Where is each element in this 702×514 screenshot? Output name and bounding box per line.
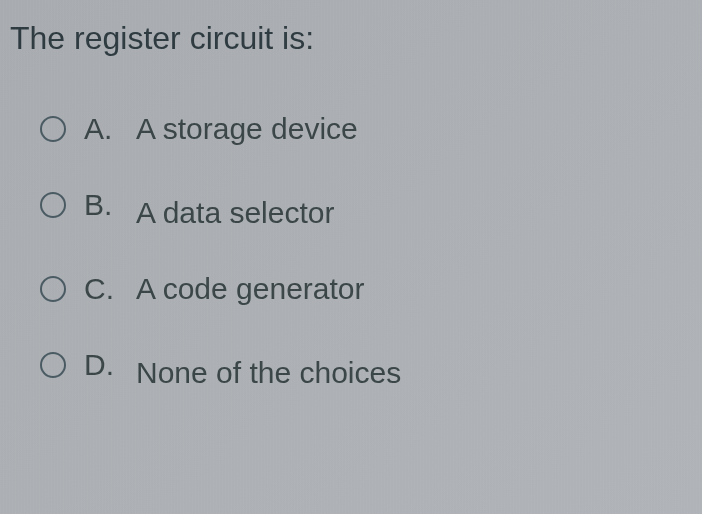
option-letter: C.	[84, 272, 136, 306]
radio-icon[interactable]	[40, 352, 66, 378]
radio-icon[interactable]	[40, 276, 66, 302]
options-container: A. A storage device B. A data selector C…	[10, 112, 692, 390]
option-letter: B.	[84, 188, 136, 222]
radio-icon[interactable]	[40, 192, 66, 218]
option-text: A code generator	[136, 272, 365, 306]
option-text: A storage device	[136, 112, 358, 146]
radio-icon[interactable]	[40, 116, 66, 142]
option-b[interactable]: B. A data selector	[40, 188, 692, 230]
question-text: The register circuit is:	[10, 20, 692, 57]
option-text: A data selector	[136, 196, 334, 230]
option-d[interactable]: D. None of the choices	[40, 348, 692, 390]
option-letter: D.	[84, 348, 136, 382]
option-text: None of the choices	[136, 356, 401, 390]
option-letter: A.	[84, 112, 136, 146]
option-a[interactable]: A. A storage device	[40, 112, 692, 146]
option-c[interactable]: C. A code generator	[40, 272, 692, 306]
